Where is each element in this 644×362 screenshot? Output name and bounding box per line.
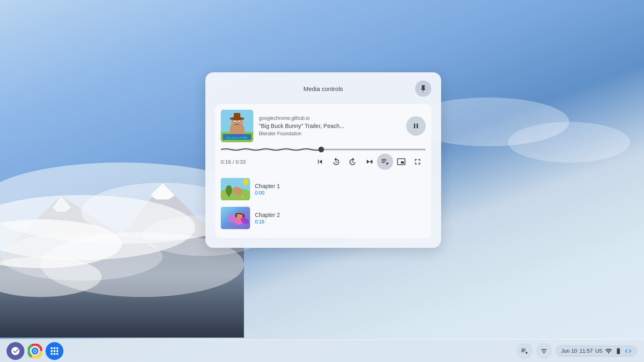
- taskbar-media-button[interactable]: [516, 343, 533, 359]
- progress-wave: [221, 146, 321, 153]
- chapter-2-image: [221, 207, 250, 229]
- svg-text:BIG BUCK BUNNY: BIG BUCK BUNNY: [226, 137, 248, 139]
- taskbar-right: Jun 10 11:57 US: [516, 343, 644, 359]
- chapter-2-time: 0:16: [255, 219, 426, 225]
- svg-rect-18: [234, 113, 240, 119]
- chrome-icon: [28, 344, 42, 358]
- skip-to-beginning-button[interactable]: [312, 154, 328, 170]
- chapter-2-thumbnail: [221, 207, 250, 229]
- chrome-button[interactable]: [26, 342, 44, 360]
- chapter-2-name: Chapter 2: [255, 212, 426, 218]
- taskbar-playlist-icon: [540, 347, 548, 355]
- controls-row: 0:16 / 0:33 10 10: [221, 154, 426, 170]
- svg-point-54: [54, 347, 56, 349]
- wifi-icon: [605, 347, 612, 355]
- media-title: "Big Buck Bunny" Trailer, Peach...: [259, 123, 400, 129]
- panel-header: Media controls: [215, 80, 431, 97]
- locale-display: US: [595, 348, 603, 354]
- progress-thumb: [318, 147, 324, 152]
- svg-point-36: [243, 179, 249, 185]
- playlist-button[interactable]: [377, 154, 393, 170]
- svg-point-21: [235, 122, 236, 123]
- svg-point-22: [239, 122, 240, 123]
- chapter-list: Chapter 1 0:00: [221, 175, 426, 232]
- taskbar: Jun 10 11:57 US: [0, 339, 644, 362]
- launcher-icon: [11, 346, 20, 356]
- launcher-button[interactable]: [7, 342, 24, 360]
- chapter-1-info: Chapter 1 0:00: [255, 183, 426, 196]
- taskbar-playlist-button[interactable]: [536, 343, 552, 359]
- next-track-icon: [365, 158, 373, 166]
- svg-point-58: [57, 350, 59, 352]
- chapter-1-name: Chapter 1: [255, 183, 426, 189]
- taskbar-left: [0, 342, 63, 360]
- system-tray[interactable]: Jun 10 11:57 US: [555, 345, 637, 357]
- media-thumbnail: BIG BUCK BUNNY: [221, 110, 253, 142]
- pause-button[interactable]: [406, 116, 426, 136]
- skip-beginning-icon: [316, 158, 324, 166]
- bbb-poster: BIG BUCK BUNNY: [221, 110, 253, 142]
- panel-title: Media controls: [231, 85, 415, 92]
- app-grid-icon: [50, 347, 59, 355]
- progress-bar[interactable]: [221, 149, 426, 150]
- svg-point-61: [57, 353, 59, 355]
- svg-point-56: [51, 350, 53, 352]
- svg-marker-1: [150, 183, 175, 199]
- svg-point-57: [54, 350, 56, 352]
- pin-icon: [419, 85, 427, 93]
- svg-point-33: [233, 186, 239, 192]
- svg-rect-31: [228, 193, 230, 197]
- svg-point-53: [51, 347, 53, 349]
- pip-icon: [397, 157, 406, 166]
- chapter-item[interactable]: Chapter 2 0:16: [221, 204, 426, 232]
- chapter-item[interactable]: Chapter 1 0:00: [221, 175, 426, 204]
- svg-point-60: [54, 353, 56, 355]
- svg-point-12: [508, 122, 630, 163]
- chapter-1-thumbnail: [221, 178, 250, 200]
- time-display: 11:57: [579, 348, 593, 354]
- pip-button[interactable]: [393, 154, 409, 170]
- chapter-1-image: [221, 178, 250, 200]
- svg-text:10: 10: [335, 161, 337, 163]
- rewind-icon: 10: [332, 157, 341, 166]
- media-text-info: googlechrome.github.io "Big Buck Bunny" …: [259, 115, 400, 137]
- taskbar-media-icon: [520, 347, 529, 355]
- svg-rect-44: [243, 214, 244, 217]
- media-controls-panel: Media controls: [205, 72, 441, 248]
- svg-point-55: [57, 347, 59, 349]
- playlist-icon: [381, 157, 389, 166]
- dev-tools-icon: [624, 347, 632, 355]
- fullscreen-button[interactable]: [409, 154, 426, 170]
- chapter-1-time: 0:00: [255, 190, 426, 196]
- rewind-button[interactable]: 10: [328, 154, 344, 170]
- date-display: Jun 10: [561, 348, 577, 354]
- media-card: BIG BUCK BUNNY googlechrome.github.io "B…: [215, 104, 431, 238]
- media-source: googlechrome.github.io: [259, 115, 400, 121]
- svg-point-59: [51, 353, 53, 355]
- media-info-row: BIG BUCK BUNNY googlechrome.github.io "B…: [221, 110, 426, 142]
- svg-point-52: [34, 350, 36, 352]
- forward-button[interactable]: 10: [344, 154, 361, 170]
- media-artist: Blender Foundation: [259, 131, 400, 137]
- svg-text:10: 10: [351, 161, 354, 163]
- pin-button[interactable]: [415, 80, 431, 97]
- pause-icon: [412, 122, 420, 130]
- battery-icon: [615, 347, 622, 355]
- fullscreen-icon: [413, 157, 422, 166]
- next-track-button[interactable]: [361, 154, 377, 170]
- chapter-2-info: Chapter 2 0:16: [255, 212, 426, 225]
- forward-icon: 10: [348, 157, 357, 166]
- app-grid-button[interactable]: [46, 342, 63, 360]
- svg-point-34: [242, 195, 244, 197]
- progress-unplayed: [321, 149, 426, 150]
- time-display: 0:16 / 0:33: [221, 159, 246, 165]
- svg-point-35: [244, 195, 246, 196]
